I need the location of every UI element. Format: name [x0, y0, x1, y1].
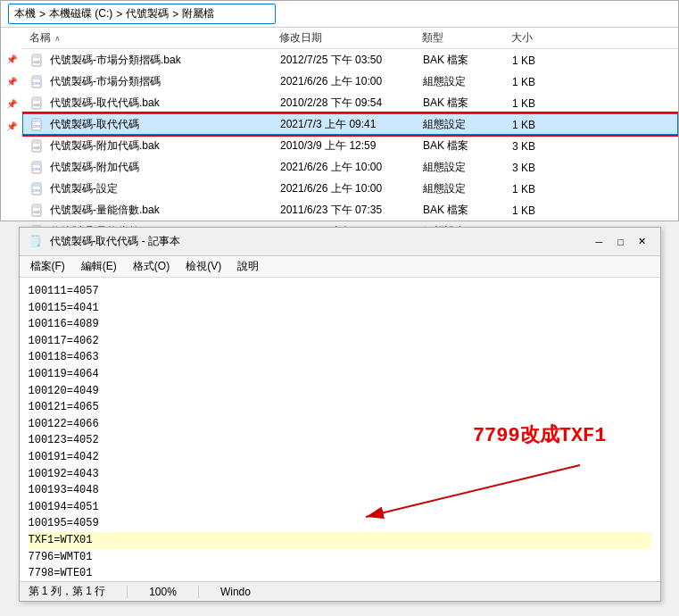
file-item[interactable]: CFG 代號製碼-市場分類摺碼 2021/6/26 上午 10:00 組態設定 …	[22, 71, 678, 92]
file-name-cell: BAK 代號製碼-量能倍數.bak	[30, 203, 280, 218]
file-item[interactable]: CFG 代號製碼-設定 2021/6/26 上午 10:00 組態設定 1 KB	[22, 178, 678, 199]
address-bar: 本機 > 本機磁碟 (C:) > 代號製碼 > 附屬檔	[1, 1, 678, 28]
file-name-text: 代號製碼-取代代碼.bak	[50, 96, 160, 111]
menu-format[interactable]: 格式(O)	[126, 257, 177, 276]
pin-icon-3[interactable]: 📌	[4, 99, 19, 109]
code-line: 7796=WMT01	[29, 549, 651, 566]
breadcrumb[interactable]: 本機 > 本機磁碟 (C:) > 代號製碼 > 附屬檔	[8, 4, 276, 24]
file-item[interactable]: BAK 代號製碼-取代代碼.bak 2010/2/28 下午 09:54 BAK…	[22, 92, 678, 113]
file-type: BAK 檔案	[423, 203, 512, 218]
file-item[interactable]: CFG 代號製碼-附加代碼 2021/6/26 上午 10:00 組態設定 3 …	[22, 156, 678, 178]
file-modified: 2012/7/25 下午 03:50	[280, 53, 423, 68]
file-size: 1 KB	[512, 119, 584, 131]
code-line: 7798=WTE01	[29, 565, 651, 582]
file-modified: 2010/3/9 上午 12:59	[280, 138, 423, 154]
status-zoom: 100%	[149, 586, 177, 598]
file-name-text: 代號製碼-附加代碼	[50, 160, 139, 175]
file-type: BAK 檔案	[423, 96, 512, 111]
col-name[interactable]: 名稱 ∧	[29, 30, 279, 46]
col-type[interactable]: 類型	[422, 30, 511, 46]
code-line: 100119=4064	[29, 366, 651, 383]
file-type: BAK 檔案	[423, 53, 512, 68]
col-modified[interactable]: 修改日期	[279, 30, 422, 46]
file-size: 1 KB	[512, 54, 584, 67]
notepad-title: 代號製碼-取代代碼 - 記事本	[50, 234, 584, 249]
menu-help[interactable]: 說明	[230, 257, 266, 276]
menu-view[interactable]: 檢視(V)	[178, 257, 228, 276]
file-item[interactable]: CFG 代號製碼-取代代碼 2021/7/3 上午 09:41 組態設定 1 K…	[22, 113, 678, 135]
file-type: 組態設定	[423, 74, 512, 89]
col-size[interactable]: 大小	[511, 30, 583, 46]
file-type: 組態設定	[423, 117, 512, 132]
file-name-cell: CFG 代號製碼-市場分類摺碼	[30, 74, 280, 89]
file-modified: 2021/6/26 上午 10:00	[280, 160, 423, 175]
breadcrumb-sep-3: >	[172, 8, 178, 21]
svg-text:BAK: BAK	[34, 210, 41, 214]
sort-arrow: ∧	[54, 34, 61, 43]
file-item[interactable]: BAK 代號製碼-附加代碼.bak 2010/3/9 上午 12:59 BAK …	[22, 135, 678, 156]
breadcrumb-sep-1: >	[39, 8, 46, 21]
svg-text:BAK: BAK	[34, 103, 41, 107]
bak-file-icon: BAK	[30, 54, 45, 68]
breadcrumb-current: 附屬檔	[182, 6, 214, 21]
file-list-header: 名稱 ∧ 修改日期 類型 大小	[22, 28, 678, 49]
notepad-titlebar: 🗒️ 代號製碼-取代代碼 - 記事本 ─ □ ✕	[20, 228, 660, 256]
maximize-button[interactable]: □	[612, 233, 630, 251]
file-item[interactable]: BAK 代號製碼-量能倍數.bak 2011/6/23 下午 07:35 BAK…	[22, 199, 678, 221]
status-position: 第 1 列，第 1 行	[29, 584, 106, 599]
close-button[interactable]: ✕	[633, 233, 651, 251]
file-size: 1 KB	[512, 76, 584, 88]
file-modified: 2021/6/26 上午 10:00	[280, 181, 423, 196]
svg-text:CFG: CFG	[33, 167, 40, 171]
pin-icon-2[interactable]: 📌	[4, 77, 19, 87]
status-encoding: Windo	[220, 586, 251, 598]
annotation-label: 7799改成TXF1	[473, 420, 607, 452]
bak-file-icon: BAK	[30, 96, 45, 111]
file-item[interactable]: BAK 代號製碼-市場分類摺碼.bak 2012/7/25 下午 03:50 B…	[22, 49, 678, 71]
svg-line-28	[366, 465, 580, 517]
bak-file-icon: BAK	[30, 204, 45, 218]
svg-text:BAK: BAK	[34, 146, 41, 150]
file-modified: 2010/2/28 下午 09:54	[280, 96, 423, 111]
breadcrumb-sep-2: >	[116, 8, 122, 21]
menu-file[interactable]: 檔案(F)	[23, 257, 72, 276]
notepad-window: 🗒️ 代號製碼-取代代碼 - 記事本 ─ □ ✕ 檔案(F) 編輯(E) 格式(…	[19, 227, 661, 602]
svg-rect-16	[32, 162, 41, 165]
code-line: 100115=4041	[29, 300, 651, 317]
file-list: BAK 代號製碼-市場分類摺碼.bak 2012/7/25 下午 03:50 B…	[22, 49, 678, 242]
file-modified: 2021/6/26 上午 10:00	[280, 74, 423, 89]
file-explorer: 本機 > 本機磁碟 (C:) > 代號製碼 > 附屬檔 📌 📌 📌 📌 名稱 ∧…	[0, 0, 679, 221]
file-name-text: 代號製碼-設定	[50, 181, 118, 196]
file-name-cell: CFG 代號製碼-設定	[30, 181, 280, 196]
code-line: TXF1=WTX01	[29, 532, 651, 549]
notepad-statusbar: 第 1 列，第 1 行 100% Windo	[20, 581, 660, 601]
code-line: 100111=4057	[29, 283, 651, 300]
breadcrumb-folder1[interactable]: 代號製碼	[126, 6, 169, 21]
file-type: BAK 檔案	[423, 138, 512, 154]
menu-edit[interactable]: 編輯(E)	[74, 257, 124, 276]
breadcrumb-drive[interactable]: 本機磁碟 (C:)	[49, 6, 112, 21]
svg-rect-19	[32, 183, 41, 187]
file-name-text: 代號製碼-取代代碼	[50, 117, 139, 132]
config-file-icon: CFG	[30, 161, 45, 175]
file-size: 1 KB	[512, 97, 584, 110]
notepad-editor[interactable]: 100111=4057100115=4041100116=4089100117=…	[20, 278, 660, 595]
code-line: 100120=4049	[29, 383, 651, 400]
svg-rect-4	[32, 76, 41, 79]
bak-file-icon: BAK	[30, 139, 45, 154]
svg-text:BAK: BAK	[34, 60, 41, 64]
svg-text:CFG: CFG	[33, 81, 40, 86]
minimize-button[interactable]: ─	[591, 233, 609, 251]
svg-rect-10	[32, 119, 41, 122]
pin-icon-4[interactable]: 📌	[4, 121, 19, 131]
file-size: 1 KB	[512, 183, 584, 196]
file-name-text: 代號製碼-附加代碼.bak	[50, 138, 160, 154]
code-line: 100121=4065	[29, 399, 651, 416]
svg-rect-1	[32, 54, 41, 58]
breadcrumb-home[interactable]: 本機	[14, 6, 36, 21]
annotation-arrow	[321, 456, 607, 528]
file-modified: 2011/6/23 下午 07:35	[280, 203, 423, 218]
code-line: 100117=4062	[29, 333, 651, 350]
file-name-cell: BAK 代號製碼-取代代碼.bak	[30, 96, 280, 111]
pin-icon[interactable]: 📌	[4, 54, 19, 64]
